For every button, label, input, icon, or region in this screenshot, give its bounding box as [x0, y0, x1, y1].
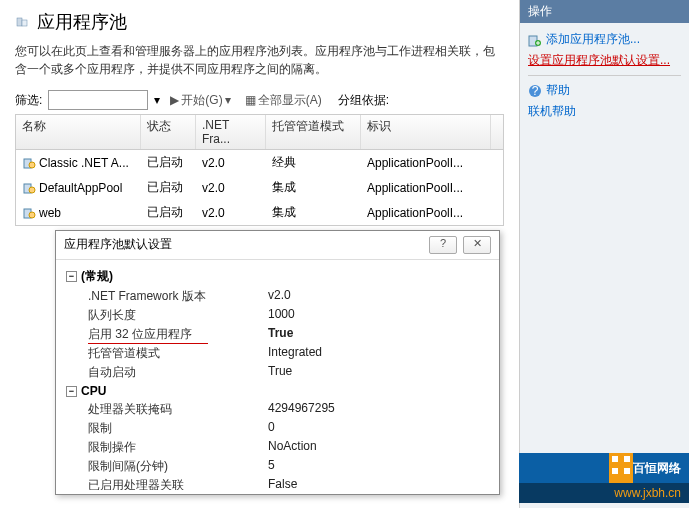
defaults-dialog: 应用程序池默认设置 ? ✕ −(常规).NET Framework 版本v2.0…: [55, 230, 500, 495]
groupby-label: 分组依据:: [338, 92, 389, 109]
add-pool-icon: [528, 33, 542, 47]
svg-rect-1: [22, 20, 27, 26]
filter-input[interactable]: [48, 90, 148, 110]
set-defaults-link[interactable]: 设置应用程序池默认设置...: [528, 50, 681, 71]
svg-rect-0: [17, 18, 22, 26]
property-row[interactable]: 限制间隔(分钟)5: [66, 457, 489, 476]
svg-point-3: [29, 162, 35, 168]
grid-header: 名称 状态 .NET Fra... 托管管道模式 标识: [16, 115, 503, 150]
property-row[interactable]: .NET Framework 版本v2.0: [66, 287, 489, 306]
col-net[interactable]: .NET Fra...: [196, 115, 266, 149]
add-app-pool-link[interactable]: 添加应用程序池...: [528, 29, 681, 50]
main-pane: 应用程序池 您可以在此页上查看和管理服务器上的应用程序池列表。应用程序池与工作进…: [0, 0, 519, 508]
property-row[interactable]: 启用 32 位应用程序True: [66, 325, 489, 344]
table-row[interactable]: web已启动v2.0集成ApplicationPoolI...: [16, 200, 503, 225]
help-icon: ?: [528, 84, 542, 98]
help-link[interactable]: ? 帮助: [528, 80, 681, 101]
property-row[interactable]: 自动启动True: [66, 363, 489, 382]
property-row[interactable]: 已启用处理器关联False: [66, 476, 489, 490]
online-help-link[interactable]: 联机帮助: [528, 101, 681, 122]
toolbar: 筛选: ▾ ▶ 开始(G) ▾ ▦ 全部显示(A) 分组依据:: [15, 90, 504, 110]
start-button[interactable]: ▶ 开始(G) ▾: [166, 91, 234, 110]
pool-icon: [22, 156, 36, 170]
dialog-close-button[interactable]: ✕: [463, 236, 491, 254]
col-name[interactable]: 名称: [16, 115, 141, 149]
property-row[interactable]: 限制0: [66, 419, 489, 438]
show-all-button[interactable]: ▦ 全部显示(A): [241, 91, 326, 110]
col-identity[interactable]: 标识: [361, 115, 491, 149]
table-row[interactable]: DefaultAppPool已启动v2.0集成ApplicationPoolI.…: [16, 175, 503, 200]
dialog-title: 应用程序池默认设置: [64, 236, 172, 254]
pool-icon: [22, 181, 36, 195]
pool-icon: [22, 206, 36, 220]
property-row[interactable]: 限制操作NoAction: [66, 438, 489, 457]
svg-point-5: [29, 187, 35, 193]
watermark-logo: 百恒网络 www.jxbh.cn: [519, 453, 689, 508]
play-icon: ▶: [170, 93, 179, 107]
dialog-help-button[interactable]: ?: [429, 236, 457, 254]
category-header[interactable]: −CPU: [66, 382, 489, 400]
svg-point-7: [29, 212, 35, 218]
col-mode[interactable]: 托管管道模式: [266, 115, 361, 149]
actions-header: 操作: [520, 0, 689, 23]
app-pool-grid: 名称 状态 .NET Fra... 托管管道模式 标识 Classic .NET…: [15, 114, 504, 226]
property-row[interactable]: 处理器关联掩码4294967295: [66, 400, 489, 419]
collapse-icon[interactable]: −: [66, 271, 77, 282]
page-description: 您可以在此页上查看和管理服务器上的应用程序池列表。应用程序池与工作进程相关联，包…: [15, 42, 504, 78]
page-title: 应用程序池: [37, 10, 127, 34]
collapse-icon[interactable]: −: [66, 386, 77, 397]
filter-label: 筛选:: [15, 92, 42, 109]
property-row[interactable]: 托管管道模式Integrated: [66, 344, 489, 363]
category-header[interactable]: −(常规): [66, 266, 489, 287]
app-pool-page-icon: [15, 15, 29, 29]
property-row[interactable]: 队列长度1000: [66, 306, 489, 325]
table-row[interactable]: Classic .NET A...已启动v2.0经典ApplicationPoo…: [16, 150, 503, 175]
svg-text:?: ?: [532, 84, 539, 98]
grid-icon: ▦: [245, 93, 256, 107]
actions-pane: 操作 添加应用程序池... 设置应用程序池默认设置... ? 帮助 联机帮助: [519, 0, 689, 508]
col-state[interactable]: 状态: [141, 115, 196, 149]
property-grid: −(常规).NET Framework 版本v2.0队列长度1000启用 32 …: [56, 260, 499, 490]
